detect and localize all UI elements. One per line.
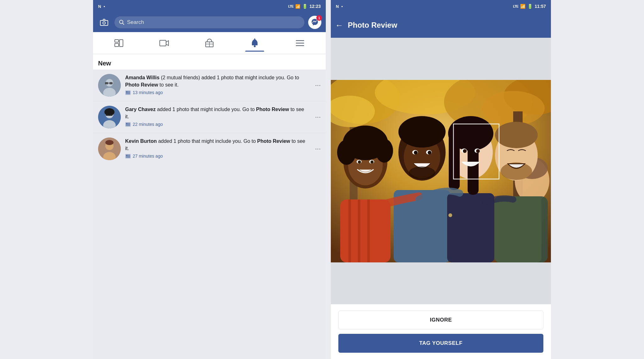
- photo-review-header: ← Photo Review: [331, 13, 551, 38]
- more-options-2[interactable]: ···: [314, 113, 321, 121]
- svg-point-83: [463, 149, 467, 153]
- notification-item-2[interactable]: Gary Chavez added 1 photo that might inc…: [93, 101, 326, 133]
- signal-icon-right: 📶: [520, 4, 525, 9]
- search-bar[interactable]: Search: [114, 16, 304, 28]
- tag-yourself-button[interactable]: TAG YOURSELF: [338, 334, 543, 353]
- status-bar-left: N ▪ LTE 📶 🔋 12:23: [93, 0, 326, 13]
- notification-time-3: 27 minutes ago: [125, 154, 309, 159]
- nav-marketplace[interactable]: [200, 35, 219, 51]
- more-options-1[interactable]: ···: [314, 81, 321, 89]
- notif-name-1: Amanda Willis: [125, 75, 159, 80]
- notification-item-3[interactable]: Kevin Burton added 1 photo that might in…: [93, 133, 326, 165]
- svg-rect-7: [160, 40, 166, 46]
- svg-rect-29: [106, 114, 108, 116]
- notification-body-3: Kevin Burton added 1 photo that might in…: [125, 137, 309, 159]
- notification-icon: N: [98, 4, 101, 9]
- group-photo: [331, 80, 551, 262]
- notification-item-1[interactable]: Amanda Willis (2 mutual friends) added 1…: [93, 70, 326, 101]
- svg-line-3: [123, 23, 124, 25]
- status-right-info: LTE 📶 🔋 12:23: [288, 4, 321, 9]
- svg-point-38: [105, 140, 114, 145]
- notif-time-text-2: 22 minutes ago: [133, 122, 163, 127]
- notification-time-1: 13 minutes ago: [125, 90, 309, 95]
- svg-point-1: [103, 22, 105, 24]
- svg-point-84: [476, 149, 480, 153]
- nav-video[interactable]: [155, 35, 174, 51]
- left-phone: N ▪ LTE 📶 🔋 12:23 Search: [93, 0, 326, 359]
- svg-point-85: [448, 213, 452, 217]
- svg-rect-54: [340, 199, 391, 262]
- svg-point-70: [398, 116, 446, 148]
- notification-badge: 1: [316, 15, 322, 21]
- notification-icon-right: N: [336, 4, 339, 9]
- lte-label: LTE: [288, 4, 293, 8]
- nav-menu[interactable]: [291, 35, 309, 51]
- right-phone: N ▪ LTE 📶 🔋 11:57 ← Photo Review: [331, 0, 551, 359]
- section-label: New: [93, 54, 326, 70]
- notification-text-3: Kevin Burton added 1 photo that might in…: [125, 137, 309, 152]
- notification-text-2: Gary Chavez added 1 photo that might inc…: [125, 106, 309, 120]
- notif-link-3[interactable]: Photo Review: [257, 138, 290, 144]
- battery-icon: 🔋: [302, 4, 308, 9]
- app-header: Search 1: [93, 13, 326, 32]
- status-left-icons: N ▪: [98, 4, 105, 9]
- svg-point-24: [126, 91, 127, 93]
- photo-review-area: [331, 38, 551, 304]
- notif-time-text-1: 13 minutes ago: [133, 90, 163, 95]
- svg-point-41: [126, 155, 127, 156]
- nav-bar: [93, 32, 326, 54]
- svg-rect-4: [115, 40, 119, 42]
- svg-point-73: [414, 151, 418, 154]
- avatar-2: [98, 106, 121, 128]
- svg-point-75: [409, 166, 435, 179]
- svg-rect-11: [254, 45, 256, 47]
- action-buttons: IGNORE TAG YOURSELF: [331, 304, 551, 359]
- notification-body-2: Gary Chavez added 1 photo that might inc…: [125, 106, 309, 127]
- page-title: Photo Review: [348, 21, 397, 30]
- svg-rect-19: [105, 82, 108, 84]
- time-display-right: 11:57: [535, 4, 546, 9]
- avatar-1: [98, 74, 121, 97]
- svg-rect-30: [110, 114, 113, 116]
- svg-rect-20: [109, 82, 113, 84]
- svg-point-62: [375, 139, 393, 163]
- svg-point-61: [337, 140, 356, 165]
- status-bar-right: N ▪ LTE 📶 🔋 11:57: [331, 0, 551, 13]
- sim-icon-right: ▪: [341, 4, 343, 9]
- nav-news-feed[interactable]: [109, 35, 128, 51]
- svg-point-88: [495, 122, 538, 148]
- ignore-button[interactable]: IGNORE: [338, 311, 543, 329]
- notif-name-3: Kevin Burton: [125, 138, 157, 144]
- sim-icon: ▪: [103, 4, 105, 9]
- notification-text-1: Amanda Willis (2 mutual friends) added 1…: [125, 74, 309, 88]
- search-placeholder: Search: [127, 19, 144, 25]
- lte-label-right: LTE: [513, 4, 518, 8]
- svg-point-65: [358, 160, 361, 164]
- svg-point-66: [370, 160, 374, 164]
- more-options-3[interactable]: ···: [314, 145, 321, 153]
- signal-icon: 📶: [295, 4, 300, 9]
- svg-rect-79: [449, 133, 460, 190]
- notif-link-2[interactable]: Photo Review: [256, 107, 289, 112]
- camera-button[interactable]: [97, 16, 111, 29]
- messenger-button[interactable]: 1: [308, 16, 321, 29]
- notifications-list: Amanda Willis (2 mutual friends) added 1…: [93, 70, 326, 359]
- svg-rect-0: [100, 20, 108, 25]
- notif-time-text-3: 27 minutes ago: [133, 154, 163, 159]
- battery-icon-right: 🔋: [527, 4, 533, 9]
- back-button[interactable]: ←: [335, 20, 343, 30]
- svg-rect-86: [494, 196, 541, 262]
- svg-point-34: [126, 123, 127, 124]
- svg-rect-5: [115, 43, 119, 47]
- status-left-right: N ▪: [336, 4, 343, 9]
- notification-body-1: Amanda Willis (2 mutual friends) added 1…: [125, 74, 309, 95]
- status-right-right: LTE 📶 🔋 11:57: [513, 4, 546, 9]
- svg-rect-6: [119, 40, 123, 47]
- avatar-3: [98, 137, 121, 160]
- notification-time-2: 22 minutes ago: [125, 122, 309, 127]
- time-display: 12:23: [309, 4, 321, 9]
- notif-link-1[interactable]: Photo Review: [125, 82, 158, 87]
- notif-name-2: Gary Chavez: [125, 107, 156, 112]
- nav-notifications[interactable]: [245, 35, 264, 51]
- svg-point-74: [428, 151, 431, 154]
